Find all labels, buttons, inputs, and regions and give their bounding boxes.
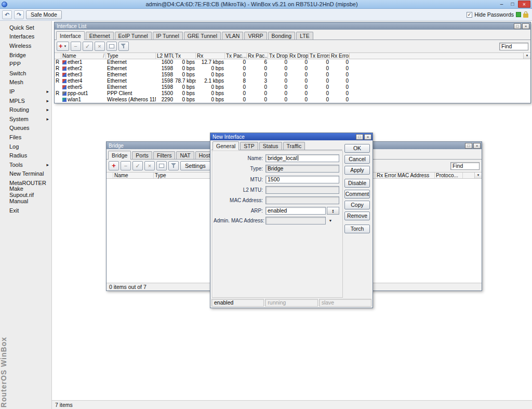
interface-row-ether1[interactable]: Rether1Ethernet16000 bps12.7 kbps060000 <box>55 59 530 65</box>
column-selector-button[interactable]: ▼ <box>474 173 482 178</box>
disable-button[interactable]: × <box>95 42 105 51</box>
dialog-tab-stp[interactable]: STP <box>240 142 258 150</box>
comment-button[interactable] <box>156 161 167 170</box>
interface-list-tab-eoip-tunnel[interactable]: EoIP Tunnel <box>115 32 152 39</box>
interface-row-ether4[interactable]: Rether4Ethernet159878.7 kbps2.1 kbps8300… <box>55 78 530 84</box>
interface-list-tab-gre-tunnel[interactable]: GRE Tunnel <box>184 32 221 39</box>
close-icon[interactable]: × <box>364 134 371 140</box>
sidebar-item-switch[interactable]: Switch <box>7 69 51 78</box>
sidebar-item-system[interactable]: System▸ <box>7 114 51 124</box>
sidebar-item-ip[interactable]: IP▸ <box>7 87 51 96</box>
sidebar-item-queues[interactable]: Queues <box>7 124 51 133</box>
comment-button[interactable]: Comment <box>344 190 370 199</box>
column-header-mac-address[interactable]: MAC Address <box>396 173 435 178</box>
name-input[interactable]: bridge_local <box>265 154 339 162</box>
new-interface-titlebar[interactable]: New Interface □ × <box>210 133 373 140</box>
find-box[interactable]: Find <box>499 43 528 50</box>
column-header-flag[interactable] <box>107 173 113 178</box>
maximize-button[interactable]: □ <box>465 143 472 149</box>
column-header-name[interactable]: Name/ <box>61 53 106 59</box>
find-box[interactable]: Find <box>450 162 480 170</box>
close-icon[interactable]: × <box>473 143 481 149</box>
bridge-tab-filters[interactable]: Filters <box>153 151 176 159</box>
chevron-down-icon[interactable]: ▼ <box>327 219 334 222</box>
disable-button[interactable]: Disable <box>344 179 370 188</box>
sidebar-item-exit[interactable]: Exit <box>7 206 51 215</box>
dialog-tab-status[interactable]: Status <box>259 142 282 150</box>
hide-passwords-checkbox[interactable]: ✓ <box>467 12 472 18</box>
interface-row-ppp-out1[interactable]: Rppp-out1PPP Client15000 bps0 bps000000 <box>55 90 530 97</box>
sidebar-item-routing[interactable]: Routing▸ <box>7 105 51 114</box>
column-header-rx[interactable]: Rx <box>196 53 225 59</box>
sidebar-item-bridge[interactable]: Bridge <box>7 50 51 60</box>
interface-row-ether5[interactable]: ether5Ethernet15980 bps0 bps000000 <box>55 84 530 90</box>
add-interface-button[interactable]: + ▼ <box>57 42 69 51</box>
column-header-rx-pac[interactable]: Rx Pac... <box>247 53 268 59</box>
sidebar-item-quick-set[interactable]: Quick Set <box>7 23 51 32</box>
enable-button[interactable]: ✓ <box>83 42 93 51</box>
interface-list-tab-vlan[interactable]: VLAN <box>222 32 243 39</box>
sidebar-item-files[interactable]: Files <box>7 133 51 142</box>
column-header-name[interactable]: Name <box>113 173 154 178</box>
sidebar-item-interfaces[interactable]: Interfaces <box>7 32 51 42</box>
interface-row-wlan1[interactable]: wlan1Wireless (Atheros 11N)22900 bps0 bp… <box>55 97 530 103</box>
remove-button[interactable]: − <box>71 42 81 51</box>
sidebar-item-radius[interactable]: Radius <box>7 151 51 160</box>
sidebar-item-new-terminal[interactable]: New Terminal <box>7 169 51 179</box>
redo-button[interactable]: ↷ <box>14 10 24 19</box>
column-header-tx-drops[interactable]: Tx Drops <box>268 53 288 59</box>
interface-row-ether2[interactable]: Rether2Ethernet15980 bps0 bps000000 <box>55 65 530 72</box>
settings-button[interactable]: Settings <box>180 161 210 170</box>
dialog-tab-traffic[interactable]: Traffic <box>283 142 305 150</box>
ok-button[interactable]: OK <box>344 144 370 153</box>
column-header-tx-pac[interactable]: Tx Pac... <box>225 53 247 59</box>
add-bridge-button[interactable]: + <box>109 161 119 170</box>
column-header-flag[interactable] <box>55 53 61 59</box>
sidebar-item-mpls[interactable]: MPLS▸ <box>7 96 51 105</box>
maximize-button[interactable]: □ <box>356 134 363 140</box>
column-header-rx-drops[interactable]: Rx Drops <box>288 53 309 59</box>
bridge-tab-ports[interactable]: Ports <box>132 151 152 159</box>
column-header-rx-errors[interactable]: Rx Errors <box>376 173 396 178</box>
titlebar[interactable]: admin@D4:CA:6D:7E:F8:CB (MikroTik) - Win… <box>0 0 532 9</box>
copy-button[interactable]: Copy <box>344 201 370 209</box>
mtu-input[interactable]: 1500 <box>265 176 339 183</box>
type-input[interactable]: Bridge <box>265 165 339 173</box>
arp-spinner-button[interactable]: ▲▼ <box>327 207 339 215</box>
cancel-button[interactable]: Cancel <box>344 155 370 164</box>
enable-button[interactable]: ✓ <box>132 161 143 170</box>
sidebar-item-mesh[interactable]: Mesh <box>7 78 51 87</box>
sidebar-item-wireless[interactable]: Wireless <box>7 41 51 50</box>
interface-list-tab-vrrp[interactable]: VRRP <box>244 32 267 39</box>
remove-button[interactable]: − <box>121 161 131 170</box>
apply-button[interactable]: Apply <box>344 166 370 175</box>
filter-button[interactable] <box>168 161 179 170</box>
column-header-tx-errors[interactable]: Tx Errors <box>309 53 330 59</box>
remove-button[interactable]: Remove <box>344 212 370 220</box>
comment-button[interactable] <box>107 42 117 51</box>
disable-button[interactable]: × <box>144 161 155 170</box>
safe-mode-button[interactable]: Safe Mode <box>26 10 62 19</box>
dialog-tab-general[interactable]: General <box>212 141 239 150</box>
column-header-protoco[interactable]: Protoco... <box>435 173 463 178</box>
interface-list-tab-ip-tunnel[interactable]: IP Tunnel <box>153 32 183 39</box>
maximize-button[interactable]: □ <box>514 23 521 29</box>
close-button[interactable]: × <box>518 1 530 8</box>
interface-list-tab-ethernet[interactable]: Ethernet <box>86 32 114 39</box>
maximize-button[interactable]: □ <box>507 1 518 8</box>
column-header-type[interactable]: Type <box>106 53 156 59</box>
interface-list-tab-bonding[interactable]: Bonding <box>268 32 296 39</box>
filter-button[interactable] <box>118 42 129 51</box>
sidebar-item-tools[interactable]: Tools▸ <box>7 160 51 169</box>
column-selector-button[interactable]: ▼ <box>523 53 530 59</box>
interface-row-ether3[interactable]: Rether3Ethernet15980 bps0 bps000000 <box>55 72 530 78</box>
minimize-button[interactable]: – <box>496 1 507 8</box>
interface-list-titlebar[interactable]: Interface List □ × <box>55 22 530 30</box>
torch-button[interactable]: Torch <box>344 225 370 233</box>
undo-button[interactable]: ↶ <box>2 10 12 19</box>
arp-input[interactable]: enabled <box>265 207 326 215</box>
bridge-tab-bridge[interactable]: Bridge <box>108 151 131 160</box>
sidebar-item-make-supout-rif[interactable]: Make Supout.rif <box>7 188 51 197</box>
column-header-tx[interactable]: Tx <box>174 53 196 59</box>
interface-list-tab-interface[interactable]: Interface <box>56 31 85 40</box>
